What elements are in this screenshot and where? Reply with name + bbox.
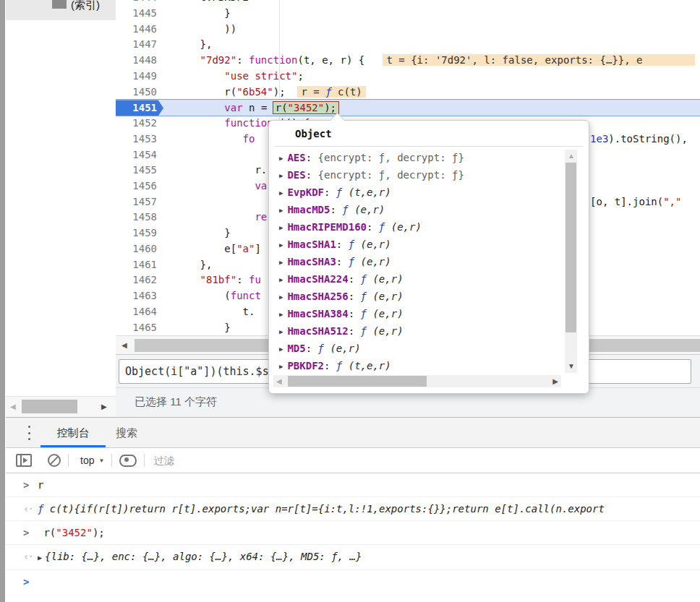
live-expression-eye-icon[interactable] <box>119 455 137 467</box>
popup-property-PBKDF2[interactable]: ▶PBKDF2: ƒ (t,e,r) <box>269 357 560 374</box>
popup-property-HmacSHA224[interactable]: ▶HmacSHA224: ƒ (e,r) <box>269 270 560 288</box>
console-filter-input[interactable] <box>152 454 632 467</box>
code-line-1445[interactable]: 1445 } <box>116 5 700 21</box>
scroll-left-arrow-icon[interactable]: ◀ <box>276 378 282 385</box>
scroll-left-arrow-icon[interactable]: ◀ <box>121 342 127 349</box>
popup-property-HmacSHA384[interactable]: ▶HmacSHA384: ƒ (e,r) <box>269 305 560 322</box>
code-text: )) <box>163 21 236 37</box>
expand-triangle-icon[interactable]: ▶ <box>279 363 283 370</box>
file-tree-item-index[interactable]: (索引) <box>6 0 116 20</box>
code-text: var n = r("3452"); <box>163 100 338 116</box>
line-number[interactable]: 1465 <box>116 319 163 335</box>
code-text: } <box>163 5 231 21</box>
scrollbar-thumb[interactable] <box>565 163 576 332</box>
console-prompt-icon: > <box>23 575 36 588</box>
popup-property-MD5[interactable]: ▶MD5: ƒ (e,r) <box>269 340 560 357</box>
line-number[interactable]: 1447 <box>116 36 163 52</box>
code-text: "7d92": function(t, e, r) { t = {i: '7d9… <box>163 52 695 68</box>
execution-line-badge[interactable]: 1451 <box>116 100 163 116</box>
clear-console-icon[interactable] <box>48 454 61 467</box>
tab-console[interactable]: 控制台 <box>40 418 106 447</box>
scroll-down-arrow-icon[interactable]: ▼ <box>568 363 575 370</box>
code-line-1447[interactable]: 1447 }, <box>116 36 700 52</box>
popup-property-HmacMD5[interactable]: ▶HmacMD5: ƒ (e,r) <box>269 201 560 218</box>
line-number[interactable]: 1457 <box>116 194 163 210</box>
object-preview-popup: Object ▶AES: {encrypt: ƒ, decrypt: ƒ}▶DE… <box>268 120 589 394</box>
console-messages: >r‹·ƒ c(t){if(r[t])return r[t].exports;v… <box>6 473 700 602</box>
code-text: t. <box>163 304 255 319</box>
code-text: "81bf": fu <box>163 272 261 288</box>
line-number[interactable]: 1449 <box>116 68 163 84</box>
line-number[interactable]: 1456 <box>116 178 163 194</box>
toolbar-divider <box>144 454 145 467</box>
line-number[interactable]: 1454 <box>116 147 163 163</box>
expand-triangle-icon[interactable]: ▶ <box>279 293 283 301</box>
line-number[interactable]: 1453 <box>116 131 163 147</box>
popup-property-HmacSHA256[interactable]: ▶HmacSHA256: ƒ (e,r) <box>269 288 560 305</box>
line-number[interactable]: 1462 <box>116 272 163 288</box>
line-number[interactable]: 1461 <box>116 257 163 272</box>
expand-triangle-icon[interactable]: ▶ <box>279 155 283 162</box>
popup-horizontal-scrollbar[interactable]: ◀ ▶ <box>273 375 561 387</box>
popup-title-divider <box>275 146 583 147</box>
line-number[interactable]: 1463 <box>116 288 163 304</box>
expand-triangle-icon[interactable]: ▶ <box>279 207 283 214</box>
drawer-menu-icon[interactable] <box>25 426 33 440</box>
expand-triangle-icon[interactable]: ▶ <box>279 224 283 231</box>
file-panel-horizontal-scrollbar[interactable]: ◀ ▶ <box>6 396 116 417</box>
line-number[interactable]: 1455 <box>116 162 163 178</box>
expand-triangle-icon[interactable]: ▶ <box>279 345 283 353</box>
line-number[interactable]: 1452 <box>116 115 163 131</box>
console-prompt[interactable]: > <box>6 570 700 599</box>
expand-triangle-icon[interactable]: ▶ <box>279 189 283 197</box>
popup-property-EvpKDF[interactable]: ▶EvpKDF: ƒ (t,e,r) <box>269 184 560 201</box>
code-line-1448[interactable]: 1448 "7d92": function(t, e, r) { t = {i:… <box>116 52 700 68</box>
code-line-1451[interactable]: 1451 var n = r("3452"); <box>116 99 700 116</box>
scroll-up-arrow-icon[interactable]: ▲ <box>568 152 575 160</box>
popup-property-HmacSHA3[interactable]: ▶HmacSHA3: ƒ (e,r) <box>269 253 560 270</box>
popup-property-HmacRIPEMD160[interactable]: ▶HmacRIPEMD160: ƒ (e,r) <box>269 218 560 236</box>
line-number[interactable]: 1458 <box>116 209 163 225</box>
line-number[interactable]: 1459 <box>116 225 163 241</box>
code-line-1446[interactable]: 1446 )) <box>116 21 700 37</box>
code-line-1449[interactable]: 1449 "use strict"; <box>116 68 700 84</box>
line-number[interactable]: 1464 <box>116 304 163 319</box>
toolbar-divider <box>68 454 69 467</box>
expand-triangle-icon[interactable]: ▶ <box>279 172 283 179</box>
line-number[interactable]: 1460 <box>116 241 163 257</box>
code-text: re <box>163 209 267 225</box>
toolbar-divider <box>111 454 112 467</box>
code-text: (funct <box>163 288 261 304</box>
scroll-right-arrow-icon[interactable]: ▶ <box>101 403 107 410</box>
line-number[interactable]: 1445 <box>116 5 163 21</box>
expand-triangle-icon[interactable]: ▶ <box>279 328 283 335</box>
code-line-1450[interactable]: 1450 r("6b54"); r = ƒ c(t) <box>116 84 700 100</box>
line-number[interactable]: 1448 <box>116 52 163 68</box>
scroll-right-arrow-icon[interactable]: ▶ <box>552 378 558 385</box>
popup-vertical-scrollbar[interactable]: ▲ ▼ <box>565 150 577 373</box>
scrollbar-thumb[interactable] <box>22 400 77 413</box>
expand-triangle-icon[interactable]: ▶ <box>279 259 283 266</box>
tab-search[interactable]: 搜索 <box>111 418 142 447</box>
line-number[interactable]: 1446 <box>116 21 163 37</box>
popup-property-DES[interactable]: ▶DES: {encrypt: ƒ, decrypt: ƒ} <box>269 166 560 184</box>
console-sidebar-icon[interactable] <box>16 454 32 467</box>
devtools-window: (索引) ◀ ▶ 1444 t.PBKDF21445 }1446 ))1447 … <box>0 0 700 602</box>
chevron-down-icon[interactable]: ▼ <box>98 457 104 464</box>
code-text: e["a"] <box>163 241 261 257</box>
code-text: r. <box>163 162 267 178</box>
popup-title: Object <box>295 128 332 139</box>
scroll-left-arrow-icon[interactable]: ◀ <box>10 403 16 410</box>
console-toolbar: top ▼ <box>6 448 700 473</box>
expand-triangle-icon[interactable]: ▶ <box>279 311 283 318</box>
context-selector[interactable]: top <box>80 455 94 466</box>
line-number[interactable]: 1450 <box>116 84 163 100</box>
scrollbar-thumb[interactable] <box>288 376 427 387</box>
expand-triangle-icon[interactable]: ▶ <box>279 276 283 283</box>
popup-property-HmacSHA1[interactable]: ▶HmacSHA1: ƒ (e,r) <box>269 236 560 253</box>
console-result-icon: ‹· <box>23 550 36 563</box>
expand-triangle-icon[interactable]: ▶ <box>279 241 283 249</box>
popup-property-HmacSHA512[interactable]: ▶HmacSHA512: ƒ (e,r) <box>269 322 560 340</box>
popup-property-AES[interactable]: ▶AES: {encrypt: ƒ, decrypt: ƒ} <box>269 149 560 166</box>
console-result: ‹·▶{lib: {…}, enc: {…}, algo: {…}, x64: … <box>6 545 700 570</box>
